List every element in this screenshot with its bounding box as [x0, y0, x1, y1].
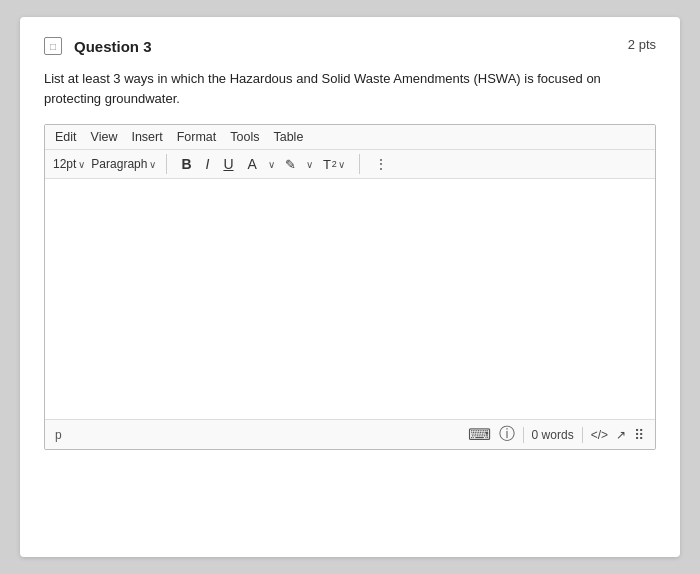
- font-size-arrow: ∨: [78, 159, 85, 170]
- question-header: □ Question 3 2 pts: [44, 37, 656, 55]
- question-body: List at least 3 ways in which the Hazard…: [44, 69, 656, 108]
- underline-button[interactable]: U: [219, 154, 237, 174]
- menu-insert[interactable]: Insert: [131, 130, 162, 144]
- editor-wrapper: Edit View Insert Format Tools Table 12pt…: [44, 124, 656, 450]
- info-icon[interactable]: ⓘ: [499, 424, 515, 445]
- menu-edit[interactable]: Edit: [55, 130, 77, 144]
- menu-format[interactable]: Format: [177, 130, 217, 144]
- menu-view[interactable]: View: [91, 130, 118, 144]
- style-select[interactable]: Paragraph ∨: [91, 157, 156, 171]
- text-color-label: A: [248, 156, 257, 172]
- superscript-label: 2: [332, 159, 337, 169]
- pencil-arrow[interactable]: ∨: [306, 159, 313, 170]
- word-count: 0 words: [532, 428, 574, 442]
- paragraph-label: p: [55, 428, 62, 442]
- editor-menu: Edit View Insert Format Tools Table: [45, 125, 655, 150]
- superscript-arrow: ∨: [338, 159, 345, 170]
- page-icon: □: [44, 37, 62, 55]
- toolbar-divider-2: [359, 154, 360, 174]
- pencil-button[interactable]: ✎: [281, 155, 300, 174]
- italic-button[interactable]: I: [202, 154, 214, 174]
- editor-statusbar: p ⌨ ⓘ 0 words </> ↗ ⠿: [45, 419, 655, 449]
- superscript-button[interactable]: T2 ∨: [319, 155, 349, 174]
- menu-table[interactable]: Table: [273, 130, 303, 144]
- code-button[interactable]: </>: [591, 428, 608, 442]
- statusbar-right: ⌨ ⓘ 0 words </> ↗ ⠿: [468, 424, 645, 445]
- grid-button[interactable]: ⠿: [634, 427, 645, 443]
- question-title: □ Question 3: [44, 37, 152, 55]
- pts-label: 2 pts: [628, 37, 656, 52]
- font-size-value: 12pt: [53, 157, 76, 171]
- style-value: Paragraph: [91, 157, 147, 171]
- status-divider-2: [582, 427, 583, 443]
- text-color-arrow[interactable]: ∨: [268, 159, 275, 170]
- text-color-button[interactable]: A: [244, 154, 262, 174]
- toolbar-divider-1: [166, 154, 167, 174]
- status-divider-1: [523, 427, 524, 443]
- font-size-select[interactable]: 12pt ∨: [53, 157, 85, 171]
- title-text: Question 3: [74, 38, 152, 55]
- editor-content[interactable]: [45, 179, 655, 419]
- keyboard-icon[interactable]: ⌨: [468, 425, 491, 444]
- bold-button[interactable]: B: [177, 154, 195, 174]
- menu-tools[interactable]: Tools: [230, 130, 259, 144]
- expand-button[interactable]: ↗: [616, 428, 626, 442]
- style-arrow: ∨: [149, 159, 156, 170]
- more-button[interactable]: ⋮: [370, 154, 393, 174]
- editor-toolbar: 12pt ∨ Paragraph ∨ B I U A ∨ ✎ ∨ T2 ∨: [45, 150, 655, 179]
- page: □ Question 3 2 pts List at least 3 ways …: [20, 17, 680, 557]
